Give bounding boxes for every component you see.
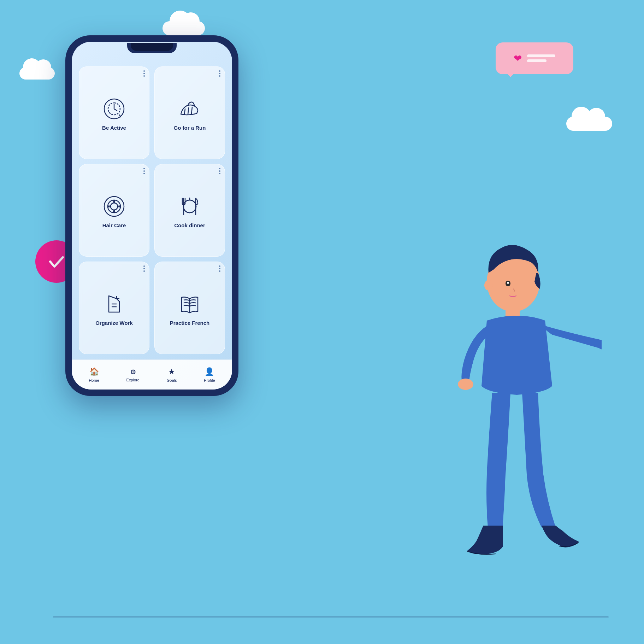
card-dots-6 — [219, 265, 220, 272]
card-label-go-for: Go for a Run — [174, 125, 206, 131]
card-label-be-active: Be Active — [102, 125, 126, 131]
hair-icon — [102, 194, 126, 219]
nav-goals-label: Goals — [167, 378, 177, 382]
svg-point-19 — [458, 379, 473, 390]
card-label-practice-french: Practice French — [170, 320, 210, 326]
document-icon — [102, 292, 126, 316]
card-organize-work[interactable]: Organize Work — [79, 262, 149, 354]
card-label-organize-work: Organize Work — [95, 320, 133, 326]
nav-profile[interactable]: 👤 Profile — [204, 367, 215, 382]
bubble-lines — [527, 54, 555, 62]
goals-icon: ★ — [168, 367, 175, 376]
nav-goals[interactable]: ★ Goals — [167, 367, 177, 382]
cloud-top-center — [163, 21, 205, 35]
card-practice-french[interactable]: Practice French — [154, 262, 225, 354]
svg-point-3 — [111, 203, 118, 210]
cloud-right — [566, 117, 612, 131]
card-dots-2 — [219, 70, 220, 77]
phone-notch-inner — [131, 43, 173, 51]
book-icon — [177, 292, 202, 316]
woman-illustration — [418, 227, 602, 616]
card-label-hair-care: Hair Care — [102, 222, 126, 228]
card-hair-care[interactable]: Hair Care — [79, 164, 149, 257]
cards-grid: Be Active Go for a Run — [72, 42, 232, 359]
card-dots-1 — [143, 70, 145, 77]
speech-bubble: ❤ — [496, 42, 573, 74]
svg-point-1 — [104, 197, 124, 216]
card-label-cook-dinner: Cook dinner — [174, 222, 205, 228]
phone-notch — [127, 43, 177, 53]
heart-icon: ❤ — [514, 53, 522, 64]
explore-icon: ⊙ — [130, 368, 136, 376]
ground-line — [53, 616, 609, 617]
home-icon: 🏠 — [89, 367, 99, 376]
nav-explore[interactable]: ⊙ Explore — [126, 368, 140, 382]
svg-point-17 — [507, 282, 509, 284]
card-dots-3 — [143, 168, 145, 174]
clock-icon — [102, 96, 126, 121]
phone: Be Active Go for a Run — [65, 35, 238, 396]
bottom-nav: 🏠 Home ⊙ Explore ★ Goals 👤 Profile — [72, 359, 232, 390]
nav-profile-label: Profile — [204, 378, 215, 382]
card-go-for[interactable]: Go for a Run — [154, 66, 225, 159]
card-dots-5 — [143, 265, 145, 272]
cloud-left — [19, 67, 55, 80]
phone-screen: Be Active Go for a Run — [72, 42, 232, 390]
nav-explore-label: Explore — [126, 378, 140, 382]
bubble-line-1 — [527, 54, 555, 57]
food-icon — [177, 194, 202, 219]
nav-home[interactable]: 🏠 Home — [89, 367, 99, 382]
profile-icon: 👤 — [205, 367, 214, 376]
svg-point-15 — [484, 280, 493, 291]
bubble-line-2 — [527, 59, 546, 62]
card-cook-dinner[interactable]: Cook dinner — [154, 164, 225, 257]
shoe-icon — [177, 96, 202, 121]
card-be-active[interactable]: Be Active — [79, 66, 149, 159]
nav-home-label: Home — [89, 378, 99, 382]
card-dots-4 — [219, 168, 220, 174]
